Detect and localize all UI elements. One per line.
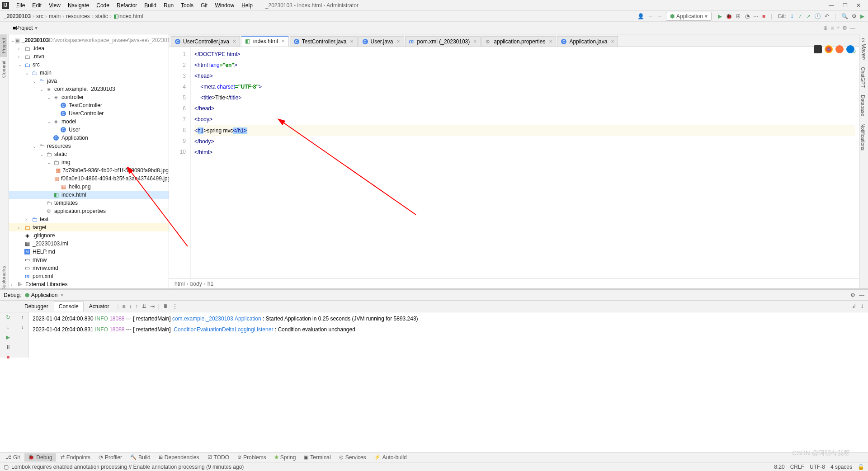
run-config-selector[interactable]: ⬢Application▾: [666, 12, 712, 21]
tab-project[interactable]: Project: [0, 34, 7, 57]
tw-services[interactable]: ◎Services: [335, 453, 370, 462]
tab-commit[interactable]: Commit: [0, 57, 7, 81]
menu-tools[interactable]: Tools: [177, 1, 197, 9]
tree-img1[interactable]: 7c79b0e5-936f-4b02-bf1f-548090fa9bd8.jpg: [62, 167, 169, 174]
back-button[interactable]: ←: [648, 13, 653, 19]
etab-props[interactable]: application.properties×: [481, 36, 556, 47]
profile-button[interactable]: ◔: [745, 13, 750, 19]
settings-button[interactable]: ⚙: [852, 13, 857, 19]
coverage-button[interactable]: ⛨: [736, 13, 741, 19]
tw-debug[interactable]: 🐞Debug: [24, 453, 56, 462]
etab-index[interactable]: index.html×: [241, 36, 289, 47]
tree-src[interactable]: src: [33, 61, 40, 68]
tree-java[interactable]: java: [47, 78, 57, 84]
forward-button[interactable]: →: [657, 13, 662, 19]
hide-icon[interactable]: —: [850, 25, 855, 31]
stop-debug-button[interactable]: ■: [6, 354, 9, 360]
etab-testcontroller[interactable]: TestController.java×: [290, 36, 358, 47]
crumb-3[interactable]: main: [49, 13, 61, 19]
tree-templates[interactable]: templates: [54, 200, 78, 206]
step-force-icon[interactable]: ⇊: [142, 303, 146, 310]
tree-gitignore[interactable]: .gitignore: [33, 232, 55, 239]
evaluate-icon[interactable]: 🖩: [163, 303, 169, 310]
menu-view[interactable]: View: [45, 1, 64, 9]
tw-build[interactable]: 🔨Build: [127, 453, 154, 462]
etab-user[interactable]: User.java×: [359, 36, 404, 47]
tab-debugger[interactable]: Debugger: [20, 302, 53, 311]
tw-endpoints[interactable]: ⇄Endpoints: [57, 453, 94, 462]
tree-static[interactable]: static: [54, 151, 67, 157]
menu-build[interactable]: Build: [141, 1, 160, 9]
tab-maven[interactable]: m Maven: [859, 34, 868, 63]
down-nav-icon[interactable]: ↓: [21, 324, 24, 330]
minimize-button[interactable]: —: [827, 2, 835, 9]
menu-edit[interactable]: Edit: [28, 1, 45, 9]
settings-icon[interactable]: ⚙: [842, 25, 847, 31]
up-nav-icon[interactable]: ↑: [21, 314, 24, 320]
builtin-preview-icon[interactable]: [814, 45, 822, 53]
expand-all-icon[interactable]: ≡: [830, 25, 834, 31]
tree-root[interactable]: _20230103: [22, 37, 49, 43]
run-cursor-icon[interactable]: ⇥: [150, 303, 155, 310]
git-commit-button[interactable]: ✓: [798, 13, 802, 19]
tree-img2[interactable]: f06a0e10-4866-4094-b25f-a3ae43746499.jpg: [61, 175, 169, 182]
tw-autobuild[interactable]: ⚡Auto-build: [371, 453, 410, 462]
trace-icon[interactable]: ⋮: [172, 303, 178, 310]
etab-application[interactable]: Application.java×: [557, 36, 618, 47]
menu-code[interactable]: Code: [93, 1, 113, 9]
tree-iml[interactable]: _20230103.iml: [33, 240, 68, 247]
status-box-icon[interactable]: ▢: [4, 464, 9, 470]
code-area[interactable]: <!DOCTYPE html> <html lang="en"> <head> …: [191, 47, 859, 278]
tree-pkg[interactable]: com.example._20230103: [54, 86, 115, 92]
firefox-icon[interactable]: [835, 45, 844, 53]
status-message[interactable]: Lombok requires enabled annotation proce…: [11, 464, 244, 470]
etab-pom[interactable]: pom.xml (_20230103)×: [405, 36, 481, 47]
search-button[interactable]: 🔍: [841, 13, 848, 19]
tab-database[interactable]: Database: [859, 91, 867, 120]
indent[interactable]: 4 spaces: [830, 464, 852, 470]
bc-body[interactable]: body: [190, 281, 202, 287]
run-button[interactable]: ▶: [718, 13, 722, 19]
menu-file[interactable]: FFileile: [13, 1, 28, 9]
collapse-all-icon[interactable]: ÷: [836, 25, 840, 31]
tree-user[interactable]: User: [69, 127, 80, 133]
tree-mvn[interactable]: .mvn: [33, 53, 44, 60]
tab-console[interactable]: Console: [54, 301, 84, 311]
debug-tab-close[interactable]: ×: [60, 292, 63, 298]
tree-appprops[interactable]: application.properties: [54, 208, 106, 214]
tree-controller[interactable]: controller: [61, 94, 84, 100]
tree-mvnwcmd[interactable]: mvnw.cmd: [33, 265, 58, 271]
tree-app[interactable]: Application: [61, 135, 88, 141]
more-run-button[interactable]: ⋯: [753, 13, 759, 19]
encoding[interactable]: UTF-8: [810, 464, 825, 470]
step-into-icon[interactable]: ↓: [129, 303, 132, 310]
tree-usercontroller[interactable]: UserController: [69, 110, 104, 117]
tab-notifications[interactable]: Notifications: [859, 120, 867, 154]
tree-resources[interactable]: resources: [47, 143, 71, 149]
bc-html[interactable]: html: [175, 281, 185, 287]
tab-actuator[interactable]: Actuator: [85, 302, 114, 311]
tw-problems[interactable]: ⊘Problems: [234, 453, 270, 462]
pause-button[interactable]: ⏸: [5, 344, 11, 350]
tree-index[interactable]: index.html: [61, 192, 86, 198]
tw-profiler[interactable]: ◔Profiler: [95, 453, 126, 462]
tree-img3[interactable]: hello.png: [69, 184, 91, 190]
line-sep[interactable]: CRLF: [790, 464, 804, 470]
crumb-6[interactable]: index.html: [118, 13, 143, 19]
tree-help[interactable]: HELP.md: [33, 249, 55, 255]
menu-help[interactable]: Help: [238, 1, 256, 9]
tree-pom[interactable]: pom.xml: [33, 273, 53, 279]
menu-navigate[interactable]: Navigate: [64, 1, 93, 9]
bc-h1[interactable]: h1: [208, 281, 213, 287]
git-update-button[interactable]: ⤓: [790, 13, 794, 19]
debug-button[interactable]: 🐞: [726, 13, 732, 19]
tree-test[interactable]: test: [40, 216, 48, 222]
crumb-2[interactable]: src: [36, 13, 43, 19]
readonly-icon[interactable]: 🔓: [858, 464, 864, 470]
tab-chatgpt[interactable]: ChatGPT: [859, 63, 867, 91]
soft-wrap-icon[interactable]: ↲: [852, 303, 856, 310]
debug-hide-icon[interactable]: —: [859, 292, 864, 298]
maximize-button[interactable]: ❐: [841, 2, 849, 9]
git-push-button[interactable]: ↗: [806, 13, 811, 19]
tw-todo[interactable]: ☑TODO: [204, 453, 233, 462]
